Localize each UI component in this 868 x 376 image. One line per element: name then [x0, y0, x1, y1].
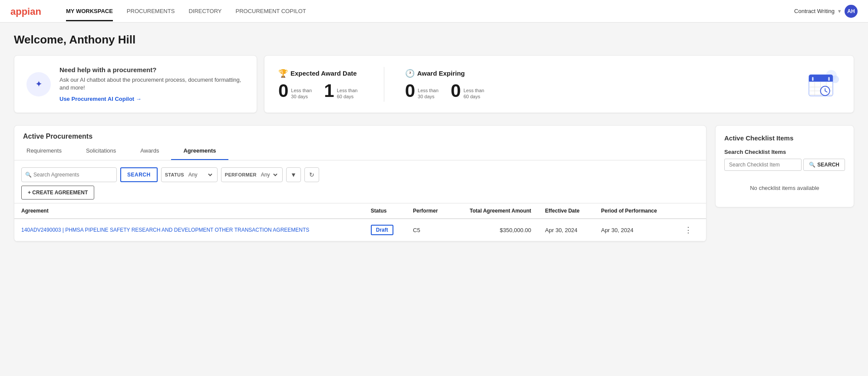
status-filter: STATUS Any Draft Active Closed — [161, 167, 218, 182]
cell-row-menu: ⋮ — [675, 219, 706, 241]
col-effective-date: Effective Date — [538, 203, 594, 219]
cell-agreement: 140ADV2490003 | PHMSA PIPELINE SAFETY RE… — [14, 219, 364, 241]
award-expiring-desc-0: Less than 30 days — [418, 87, 444, 100]
procurements-panel: Active Procurements Requirements Solicit… — [14, 125, 706, 242]
cell-amount: $350,000.00 — [451, 219, 538, 241]
ai-card-description: Ask our AI chatbot about the procurement… — [59, 76, 244, 92]
cell-effective-date: Apr 30, 2024 — [538, 219, 594, 241]
refresh-button[interactable]: ↻ — [304, 167, 319, 182]
expected-award-desc-1: Less than 60 days — [337, 87, 363, 100]
clock-icon: 🕐 — [405, 69, 415, 78]
search-agreements-input[interactable] — [33, 172, 113, 178]
checklist-search-row: 🔍 SEARCH — [724, 159, 845, 171]
cell-status: Draft — [364, 219, 406, 241]
expected-award-value-1: 1 — [324, 82, 334, 100]
agreement-link[interactable]: 140ADV2490003 | PHMSA PIPELINE SAFETY RE… — [21, 227, 309, 233]
nav-links: MY WORKSPACE PROCUREMENTS DIRECTORY PROC… — [59, 1, 794, 21]
checklist-search-input[interactable] — [724, 159, 802, 171]
nav-procurements[interactable]: PROCUREMENTS — [120, 1, 182, 21]
col-performer: Performer — [406, 203, 451, 219]
checklist-search-label: Search Checklist Items — [724, 149, 845, 155]
table-row: 140ADV2490003 | PHMSA PIPELINE SAFETY RE… — [14, 219, 706, 241]
col-period: Period of Performance — [594, 203, 675, 219]
checklist-panel-title: Active Checklist Items — [724, 134, 845, 142]
col-actions — [675, 203, 706, 219]
status-label: STATUS — [165, 172, 184, 177]
ai-copilot-link[interactable]: Use Procurement AI Copilot → — [59, 96, 142, 102]
svg-text:✦: ✦ — [35, 79, 43, 89]
filter-funnel-icon: ▼ — [290, 171, 297, 178]
performer-select[interactable]: Any C5 — [259, 171, 279, 178]
ai-card-title: Need help with a procurement? — [59, 66, 244, 73]
col-status: Status — [364, 203, 406, 219]
award-expiring-value-0: 0 — [405, 82, 415, 100]
stats-divider — [384, 67, 384, 102]
user-avatar[interactable]: AH — [845, 5, 858, 18]
search-icon: 🔍 — [809, 162, 815, 168]
calendar-illustration — [805, 67, 840, 102]
filters-row: 🔍 SEARCH STATUS Any Draft Active Closed … — [14, 160, 706, 186]
welcome-title: Welcome, Anthony Hill — [14, 33, 854, 47]
top-cards-row: ✦ Need help with a procurement? Ask our … — [14, 55, 854, 113]
status-badge-draft: Draft — [371, 225, 393, 235]
search-agreements-button[interactable]: SEARCH — [120, 167, 158, 182]
top-navigation: appian MY WORKSPACE PROCUREMENTS DIRECTO… — [0, 0, 868, 23]
performer-filter: PERFORMER Any C5 — [221, 167, 283, 182]
col-agreement: Agreement — [14, 203, 364, 219]
expected-award-numbers: 0 Less than 30 days 1 Less than 60 days — [278, 82, 363, 100]
ai-help-card: ✦ Need help with a procurement? Ask our … — [14, 55, 257, 113]
refresh-icon: ↻ — [309, 171, 314, 178]
nav-my-workspace[interactable]: MY WORKSPACE — [59, 1, 120, 21]
no-checklist-items-message: No checklist items available — [724, 178, 845, 198]
award-expiring-desc-1: Less than 60 days — [463, 87, 489, 100]
create-agreement-button[interactable]: + CREATE AGREEMENT — [21, 186, 94, 200]
nav-procurement-copilot[interactable]: PROCUREMENT COPILOT — [228, 1, 313, 21]
search-agreements-wrapper: 🔍 — [21, 167, 117, 182]
tab-solicitations[interactable]: Solicitations — [74, 142, 128, 160]
tab-agreements[interactable]: Agreements — [171, 142, 228, 160]
svg-rect-9 — [828, 77, 830, 81]
appian-logo[interactable]: appian — [10, 5, 45, 17]
checklist-search-button[interactable]: 🔍 SEARCH — [803, 159, 845, 171]
agreements-table: Agreement Status Performer Total Agreeme… — [14, 203, 706, 241]
filter-icon-button[interactable]: ▼ — [286, 167, 301, 182]
checklist-search-label-btn: SEARCH — [817, 162, 839, 168]
procurements-tabs: Requirements Solicitations Awards Agreem… — [14, 142, 706, 160]
search-agreements-icon: 🔍 — [25, 172, 32, 178]
award-expiring-value-1: 0 — [451, 82, 461, 100]
stats-card: 🏆 Expected Award Date 0 Less than 30 day… — [264, 55, 854, 113]
app-name: Contract Writing — [794, 8, 835, 14]
status-select[interactable]: Any Draft Active Closed — [187, 171, 214, 178]
award-expiring-section: 🕐 Award Expiring 0 Less than 30 days 0 L… — [405, 69, 490, 100]
procurements-panel-title: Active Procurements — [14, 126, 706, 140]
cell-period: Apr 30, 2024 — [594, 219, 675, 241]
col-amount: Total Agreement Amount — [451, 203, 538, 219]
expected-award-desc-0: Less than 30 days — [291, 87, 317, 100]
expected-award-section: 🏆 Expected Award Date 0 Less than 30 day… — [278, 69, 363, 100]
nav-directory[interactable]: DIRECTORY — [182, 1, 228, 21]
row-menu-button[interactable]: ⋮ — [682, 224, 695, 236]
award-expiring-numbers: 0 Less than 30 days 0 Less than 60 days — [405, 82, 490, 100]
trophy-icon: 🏆 — [278, 69, 288, 78]
svg-rect-8 — [812, 77, 814, 81]
ai-icon: ✦ — [26, 72, 51, 96]
tab-awards[interactable]: Awards — [128, 142, 171, 160]
tab-requirements[interactable]: Requirements — [14, 142, 74, 160]
checklist-panel: Active Checklist Items Search Checklist … — [715, 125, 854, 207]
main-content-row: Active Procurements Requirements Solicit… — [14, 125, 854, 242]
award-expiring-label: Award Expiring — [417, 70, 465, 77]
nav-right: Contract Writing ▾ AH — [794, 5, 858, 18]
expected-award-value-0: 0 — [278, 82, 288, 100]
expected-award-label: Expected Award Date — [290, 70, 357, 77]
ai-card-text: Need help with a procurement? Ask our AI… — [59, 66, 244, 102]
cell-performer: C5 — [406, 219, 451, 241]
svg-text:appian: appian — [10, 6, 41, 17]
performer-label: PERFORMER — [225, 172, 257, 177]
